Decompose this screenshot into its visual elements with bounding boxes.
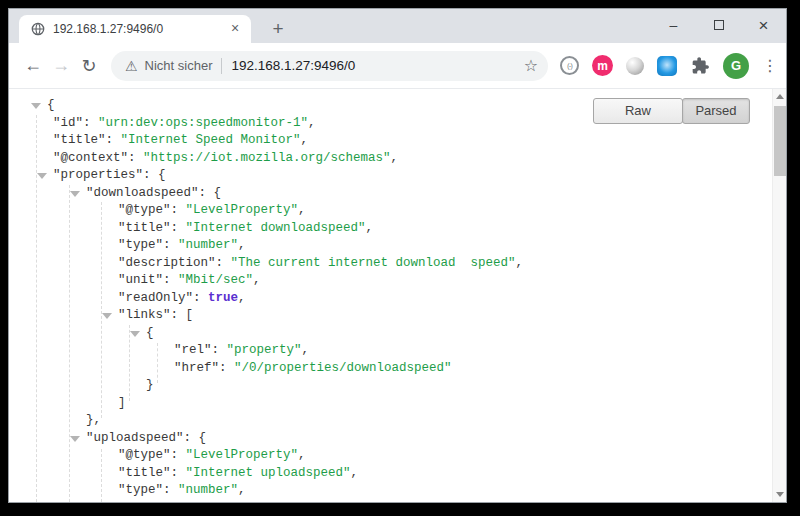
extension-blue-icon[interactable] bbox=[657, 56, 677, 76]
json-key: "@context" bbox=[53, 151, 128, 165]
json-punct: : bbox=[219, 361, 234, 375]
json-string: "Mbit/sec" bbox=[178, 273, 253, 287]
tab-close-icon[interactable]: × bbox=[227, 21, 243, 37]
json-punct: : bbox=[171, 203, 186, 217]
json-string: "/0/properties/downloadspeed" bbox=[234, 361, 452, 375]
json-line: } bbox=[9, 377, 772, 395]
not-secure-warning-icon[interactable]: ⚠ bbox=[125, 59, 138, 73]
json-key: "type" bbox=[118, 238, 163, 252]
json-string: "https://iot.mozilla.org/schemas" bbox=[143, 151, 391, 165]
json-key: "downloadspeed" bbox=[86, 186, 199, 200]
globe-favicon-icon bbox=[31, 22, 45, 36]
json-punct: } bbox=[146, 378, 154, 392]
json-key: "properties" bbox=[53, 168, 143, 182]
minimize-button[interactable]: – bbox=[651, 9, 696, 41]
json-key: "href" bbox=[174, 361, 219, 375]
window-controls: – × bbox=[651, 9, 786, 41]
json-punct: : bbox=[163, 273, 178, 287]
json-viewer: {"id": "urn:dev:ops:speedmonitor-1","tit… bbox=[9, 89, 772, 502]
url-text[interactable]: 192.168.1.27:9496/0 bbox=[231, 58, 517, 73]
json-string: "number" bbox=[178, 483, 238, 497]
vertical-scrollbar[interactable] bbox=[772, 89, 786, 502]
json-punct: : { bbox=[199, 186, 222, 200]
collapse-toggle-icon[interactable] bbox=[102, 313, 112, 319]
close-button[interactable]: × bbox=[741, 9, 786, 41]
security-label[interactable]: Nicht sicher bbox=[145, 58, 213, 73]
json-line: "@type": "LevelProperty", bbox=[9, 447, 772, 465]
json-line: { bbox=[9, 325, 772, 343]
json-punct: : bbox=[193, 291, 208, 305]
json-line: "type": "number", bbox=[9, 482, 772, 500]
json-key: "description" bbox=[118, 501, 216, 503]
json-line: ] bbox=[9, 395, 772, 413]
json-punct: : bbox=[163, 238, 178, 252]
extension-ring-icon[interactable]: (-) bbox=[560, 56, 579, 75]
maximize-button[interactable] bbox=[696, 9, 741, 41]
extensions-puzzle-icon[interactable] bbox=[690, 56, 710, 76]
json-boolean: true bbox=[208, 291, 238, 305]
browser-tab[interactable]: 192.168.1.27:9496/0 × bbox=[19, 15, 251, 43]
extension-pink-icon[interactable]: m bbox=[592, 55, 613, 76]
json-line: "description": "The current internet dow… bbox=[9, 255, 772, 273]
json-line: "rel": "property", bbox=[9, 342, 772, 360]
json-punct: ] bbox=[118, 396, 126, 410]
collapse-toggle-icon[interactable] bbox=[37, 173, 47, 179]
json-punct: , bbox=[238, 483, 246, 497]
json-string: "LevelProperty" bbox=[186, 203, 299, 217]
scrollbar-thumb[interactable] bbox=[774, 106, 786, 176]
back-button[interactable]: ← bbox=[19, 55, 47, 76]
json-lines: {"id": "urn:dev:ops:speedmonitor-1","tit… bbox=[9, 97, 772, 502]
json-string: "The current internet download speed" bbox=[231, 256, 516, 270]
collapse-toggle-icon[interactable] bbox=[130, 331, 140, 337]
collapse-toggle-icon[interactable] bbox=[70, 191, 80, 197]
new-tab-button[interactable]: + bbox=[265, 16, 291, 42]
json-punct: , bbox=[308, 116, 316, 130]
json-punct: , bbox=[493, 501, 501, 503]
json-line: "uploadspeed": { bbox=[9, 430, 772, 448]
reload-button[interactable]: ↻ bbox=[75, 55, 103, 77]
collapse-toggle-icon[interactable] bbox=[31, 103, 41, 109]
json-line: "href": "/0/properties/downloadspeed" bbox=[9, 360, 772, 378]
json-key: "@type" bbox=[118, 448, 171, 462]
screenshot-frame: 192.168.1.27:9496/0 × + – × ← → ↻ bbox=[0, 0, 800, 516]
page-content: Raw Parsed {"id": "urn:dev:ops:speedmoni… bbox=[9, 89, 786, 502]
json-punct: , bbox=[302, 343, 310, 357]
json-punct: , bbox=[301, 133, 309, 147]
address-bar[interactable]: ⚠ Nicht sicher 192.168.1.27:9496/0 ☆ bbox=[111, 51, 548, 81]
close-icon: × bbox=[759, 17, 769, 34]
json-line: "readOnly": true, bbox=[9, 290, 772, 308]
json-string: "urn:dev:ops:speedmonitor-1" bbox=[98, 116, 308, 130]
json-line: "downloadspeed": { bbox=[9, 185, 772, 203]
json-punct: : bbox=[83, 116, 98, 130]
json-line: "@context": "https://iot.mozilla.org/sch… bbox=[9, 150, 772, 168]
json-string: "Internet downloadspeed" bbox=[186, 221, 366, 235]
json-line: "unit": "Mbit/sec", bbox=[9, 272, 772, 290]
maximize-icon bbox=[714, 20, 724, 30]
extension-sphere-icon[interactable] bbox=[626, 57, 644, 75]
tab-title: 192.168.1.27:9496/0 bbox=[53, 22, 227, 36]
raw-button[interactable]: Raw bbox=[593, 98, 683, 124]
json-punct: , bbox=[238, 238, 246, 252]
json-line: }, bbox=[9, 412, 772, 430]
scroll-up-button[interactable] bbox=[773, 89, 786, 104]
bookmark-star-icon[interactable]: ☆ bbox=[524, 56, 538, 75]
json-string: "The current internet upload speed" bbox=[231, 501, 494, 503]
json-punct: , bbox=[516, 256, 524, 270]
json-punct: , bbox=[238, 291, 246, 305]
json-key: "@type" bbox=[118, 203, 171, 217]
scroll-down-icon bbox=[776, 492, 784, 497]
scroll-down-button[interactable] bbox=[773, 487, 786, 502]
json-string: "LevelProperty" bbox=[186, 448, 299, 462]
collapse-toggle-icon[interactable] bbox=[70, 436, 80, 442]
json-key: "readOnly" bbox=[118, 291, 193, 305]
json-line: "type": "number", bbox=[9, 237, 772, 255]
json-punct: : { bbox=[143, 168, 166, 182]
json-key: "type" bbox=[118, 483, 163, 497]
forward-button[interactable]: → bbox=[47, 55, 75, 76]
profile-avatar[interactable]: G bbox=[723, 53, 749, 79]
json-punct: , bbox=[298, 448, 306, 462]
json-punct: , bbox=[253, 273, 261, 287]
json-key: "title" bbox=[53, 133, 106, 147]
browser-menu-icon[interactable]: ⋮ bbox=[762, 56, 776, 75]
parsed-button[interactable]: Parsed bbox=[682, 98, 750, 124]
